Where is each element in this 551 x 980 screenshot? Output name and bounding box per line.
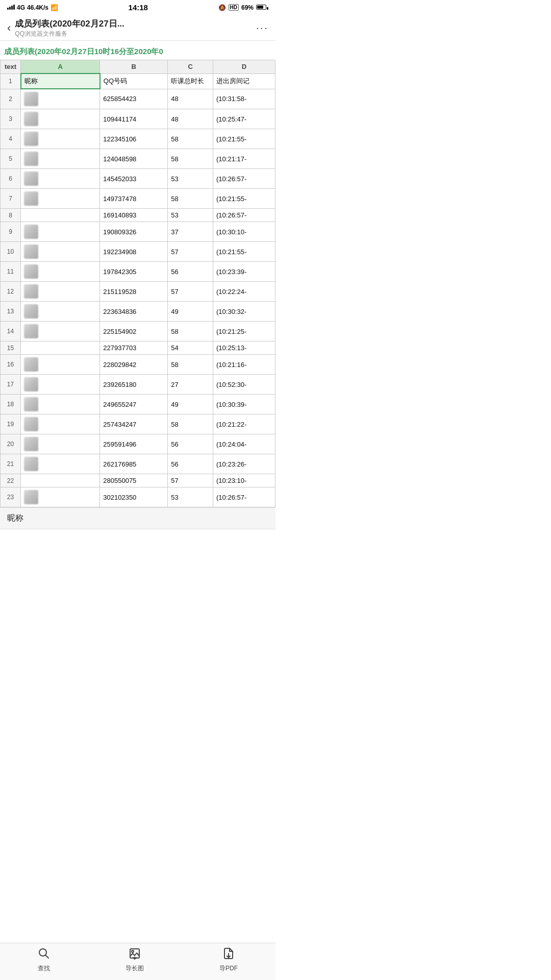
table-row: 614545203353(10:26:57- (1, 169, 276, 189)
qq-cell: 122345106 (100, 129, 168, 149)
qq-cell: 302102350 (100, 487, 168, 507)
table-row: 2330210235053(10:26:57- (1, 487, 276, 507)
row-number: 21 (1, 454, 21, 474)
qq-cell: 225154902 (100, 322, 168, 341)
status-right: 🔕 HD 69% (218, 4, 268, 11)
duration-cell: 37 (168, 222, 213, 242)
qq-cell: 124048598 (100, 149, 168, 169)
col-c-header[interactable]: C (168, 60, 213, 74)
qq-cell: 109441174 (100, 109, 168, 129)
avatar (24, 172, 38, 186)
duration-cell: 58 (168, 322, 213, 341)
qq-cell: 197842305 (100, 262, 168, 282)
row-number: 8 (1, 209, 21, 222)
entryexit-cell: (10:21:16- (213, 355, 276, 375)
nickname-cell (21, 341, 100, 355)
row-number: 3 (1, 109, 21, 129)
nickname-cell (21, 282, 100, 302)
duration-cell: 53 (168, 209, 213, 222)
entryexit-cell: (10:30:32- (213, 302, 276, 322)
table-row: 262585442348(10:31:58- (1, 89, 276, 109)
duration-cell: 58 (168, 414, 213, 434)
qq-cell: 228029842 (100, 355, 168, 375)
row-number: 7 (1, 189, 21, 209)
entryexit-cell: (10:30:39- (213, 395, 276, 414)
avatar (24, 132, 38, 146)
nickname-cell (21, 209, 100, 222)
qq-cell: 280550075 (100, 474, 168, 487)
nickname-cell (21, 109, 100, 129)
bottom-spacer (0, 529, 276, 565)
nickname-cell (21, 395, 100, 414)
header-title-block: 成员列表(2020年02月27日... QQ浏览器文件服务 (15, 18, 256, 38)
nickname-cell (21, 149, 100, 169)
entryexit-cell: (10:23:26- (213, 454, 276, 474)
table-row: 1824965524749(10:30:39- (1, 395, 276, 414)
qq-cell: 145452033 (100, 169, 168, 189)
duration-cell: 48 (168, 89, 213, 109)
table-row: 1019223490857(10:21:55- (1, 242, 276, 262)
avatar (24, 490, 38, 504)
table-row: 512404859858(10:21:17- (1, 149, 276, 169)
col-a-header[interactable]: A (21, 60, 100, 74)
table-row: 1723926518027(10:52:30- (1, 375, 276, 395)
row-number: 15 (1, 341, 21, 355)
entryexit-cell: (10:24:04- (213, 434, 276, 454)
table-row: 2126217698556(10:23:26- (1, 454, 276, 474)
entryexit-cell: (10:21:55- (213, 189, 276, 209)
hd-label: HD (229, 4, 239, 11)
qq-cell: 249655247 (100, 395, 168, 414)
entryexit-cell: (10:25:47- (213, 109, 276, 129)
entryexit-cell: (10:23:10- (213, 474, 276, 487)
nickname-cell (21, 89, 100, 109)
entryexit-cell: (10:21:17- (213, 149, 276, 169)
qq-cell: 215119528 (100, 282, 168, 302)
nickname-cell (21, 169, 100, 189)
row-number: 10 (1, 242, 21, 262)
duration-cell: 58 (168, 129, 213, 149)
row-number: 19 (1, 414, 21, 434)
entryexit-cell: (10:23:39- (213, 262, 276, 282)
col-d-header[interactable]: D (213, 60, 276, 74)
avatar (24, 225, 38, 239)
data-table: text A B C D 1昵称QQ号码听课总时长进出房间记2625854423… (0, 60, 276, 507)
col-text-label: text (1, 60, 21, 74)
row-number: 13 (1, 302, 21, 322)
battery-percent: 69% (241, 4, 254, 11)
avatar (24, 112, 38, 126)
table-row: 310944117448(10:25:47- (1, 109, 276, 129)
back-button[interactable]: ‹ (7, 21, 11, 35)
avatar (24, 417, 38, 431)
status-time: 14:18 (129, 3, 148, 12)
row-number: 17 (1, 375, 21, 395)
row-number: 12 (1, 282, 21, 302)
nickname-cell (21, 375, 100, 395)
table-row: 1119784230556(10:23:39- (1, 262, 276, 282)
spreadsheet: text A B C D 1昵称QQ号码听课总时长进出房间记2625854423… (0, 60, 276, 507)
app-header: ‹ 成员列表(2020年02月27日... QQ浏览器文件服务 ··· (0, 14, 276, 41)
qq-cell: 227937703 (100, 341, 168, 355)
silent-icon: 🔕 (218, 4, 226, 11)
avatar (24, 457, 38, 471)
avatar (24, 357, 38, 372)
col-b-header[interactable]: B (100, 60, 168, 74)
status-left: 4G 46.4K/s 📶 (7, 4, 58, 11)
col-header-row: text A B C D (1, 60, 276, 74)
wifi-icon: 📶 (51, 4, 58, 11)
status-bar: 4G 46.4K/s 📶 14:18 🔕 HD 69% (0, 0, 276, 14)
header-nickname-cell[interactable]: 昵称 (21, 74, 100, 89)
duration-cell: 54 (168, 341, 213, 355)
more-menu-button[interactable]: ··· (256, 21, 268, 35)
nickname-cell (21, 242, 100, 262)
nickname-cell (21, 322, 100, 341)
row-number: 18 (1, 395, 21, 414)
nickname-cell (21, 355, 100, 375)
nickname-cell (21, 129, 100, 149)
duration-cell: 57 (168, 242, 213, 262)
avatar (24, 284, 38, 299)
qq-cell: 192234908 (100, 242, 168, 262)
nickname-cell (21, 414, 100, 434)
duration-cell: 57 (168, 474, 213, 487)
avatar (24, 304, 38, 318)
qq-cell: 262176985 (100, 454, 168, 474)
